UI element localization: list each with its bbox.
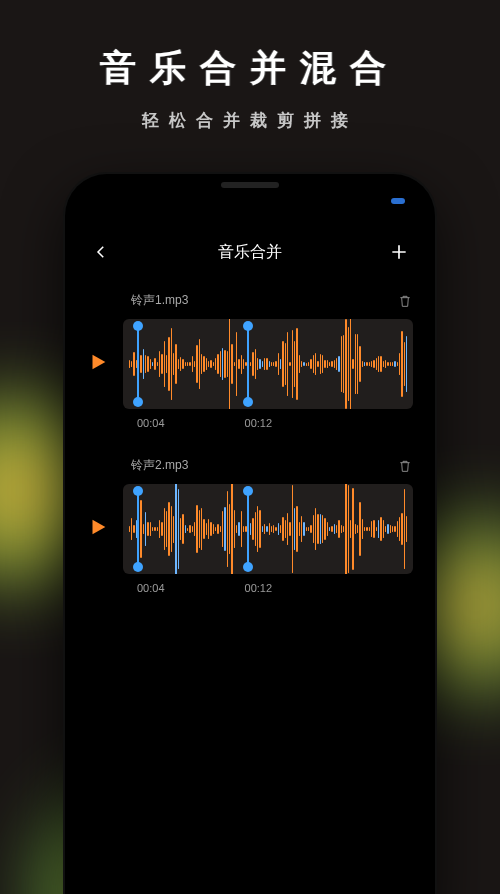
add-button[interactable] — [385, 238, 413, 266]
trim-handle-start[interactable] — [137, 488, 139, 570]
time-end: 00:12 — [245, 417, 273, 429]
waveform-editor[interactable] — [123, 319, 413, 409]
app-bar: 音乐合并 — [65, 230, 435, 274]
time-start: 00:04 — [137, 582, 165, 594]
track-item: 铃声2.mp3 00:04 00:12 — [87, 457, 413, 594]
track-filename: 铃声2.mp3 — [131, 457, 188, 474]
play-button[interactable] — [87, 516, 115, 542]
back-button[interactable] — [87, 238, 115, 266]
delete-button[interactable] — [397, 293, 413, 309]
waveform-editor[interactable] — [123, 484, 413, 574]
time-start: 00:04 — [137, 417, 165, 429]
phone-mockup: 音乐合并 铃声1.mp3 — [65, 174, 435, 894]
status-indicator — [391, 198, 405, 204]
trim-handle-start[interactable] — [137, 323, 139, 405]
hero-subtitle: 轻松合并裁剪拼接 — [0, 109, 500, 132]
track-item: 铃声1.mp3 00:04 00:12 — [87, 292, 413, 429]
time-end: 00:12 — [245, 582, 273, 594]
track-filename: 铃声1.mp3 — [131, 292, 188, 309]
hero-title: 音乐合并混合 — [0, 44, 500, 93]
delete-button[interactable] — [397, 458, 413, 474]
trim-handle-end[interactable] — [247, 488, 249, 570]
trim-handle-end[interactable] — [247, 323, 249, 405]
track-list: 铃声1.mp3 00:04 00:12 — [65, 274, 435, 640]
app-title: 音乐合并 — [218, 242, 282, 263]
play-button[interactable] — [87, 351, 115, 377]
